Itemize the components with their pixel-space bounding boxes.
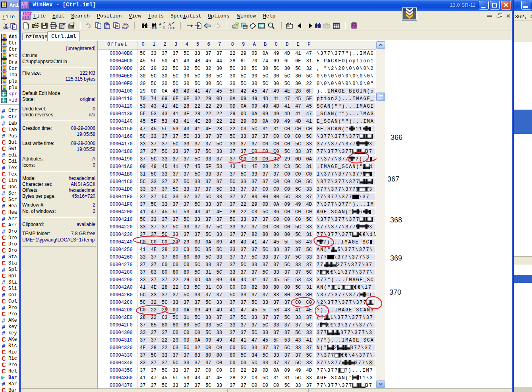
svg-text:A: A <box>159 22 162 26</box>
svg-text:010: 010 <box>122 26 128 29</box>
svg-text:HEX: HEX <box>151 26 157 29</box>
svg-text:HEX: HEX <box>168 26 174 29</box>
svg-text:B: B <box>163 25 166 29</box>
svg-text:?: ? <box>353 23 355 27</box>
